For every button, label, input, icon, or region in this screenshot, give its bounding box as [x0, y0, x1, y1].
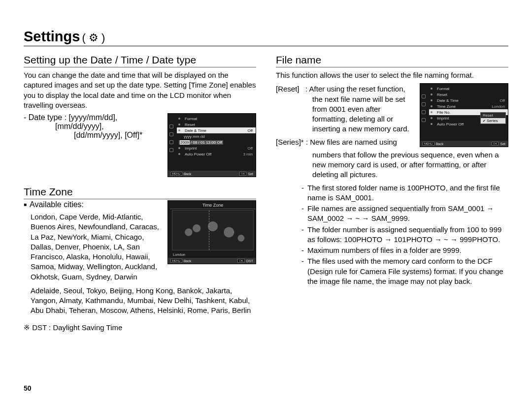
meridian-line: [209, 211, 209, 250]
date-time-description: You can change the date and time that wi…: [24, 70, 256, 110]
footer-back: Back: [184, 259, 192, 263]
date-year-highlight: 2009: [180, 140, 190, 145]
reset-label: [Reset]: [276, 85, 299, 93]
bullet-icon: [431, 88, 432, 90]
series-label: [Series]*: [276, 138, 304, 146]
bullet-icon: [178, 147, 180, 149]
bullet-icon: [178, 129, 180, 131]
title-underline: [24, 46, 508, 46]
bullet-icon: [431, 99, 432, 101]
bullet-icon: [178, 118, 180, 120]
menu-timezone-val: London: [492, 104, 508, 109]
cities-list-lower: Adelaide, Seoul, Tokyo, Beijing, Hong Ko…: [24, 286, 256, 316]
menu-imprint: Imprint: [434, 116, 468, 121]
menu-autopoweroff: Auto Power Off: [182, 152, 216, 156]
note-first-folder: The first stored folder name is 100PHOTO…: [301, 183, 508, 203]
menu-reset: Reset: [434, 93, 468, 97]
menu-autopoweroff: Auto Power Off: [434, 122, 468, 126]
menu-imprint: Imprint: [182, 146, 216, 151]
bullet-icon: [431, 117, 432, 119]
bullet-icon: [178, 153, 180, 155]
note-max-files: Maximum numbers of files in a folder are…: [301, 246, 508, 255]
date-type-block: - Date type : [yyyy/mm/dd], [mm/dd/yyyy]…: [24, 113, 256, 177]
lcd-footer: MENUBack OKSet: [420, 141, 508, 147]
footer-back: Back: [184, 172, 192, 176]
filename-notes-list: The first stored folder name is 100PHOTO…: [276, 183, 508, 287]
tz-city: London: [173, 252, 185, 257]
menu-autopoweroff-val: 3 min: [243, 152, 256, 156]
series-option-top: [Series]* : New files are named using: [276, 137, 414, 147]
content-columns: Setting up the Date / Time / Date type Y…: [24, 52, 508, 336]
cities-list-upper: London, Cape Verde, Mid-Atlantic, Buenos…: [24, 212, 162, 282]
menu-format: Format: [434, 87, 468, 91]
date-type-options-line1: Date type : [yyyy/mm/dd], [mm/dd/yyyy],: [29, 113, 118, 130]
note-dcf: The files used with the memory card conf…: [301, 256, 508, 286]
menu-datetime: Date & Time: [434, 98, 468, 103]
ok-key-icon: OK: [237, 259, 245, 263]
lcd-footer: MENUBack OKSet: [168, 171, 256, 177]
series-text-top: : New files are named using: [306, 138, 397, 146]
ok-key-icon: OK: [492, 142, 499, 146]
timezone-block: Available cities: London, Cape Verde, Mi…: [24, 200, 256, 285]
lcd-footer: MENUBack OKDST: [168, 258, 256, 264]
bullet-icon: [178, 123, 180, 125]
lcd-timezone-map: Time Zone London [GMT +00:00] 2009/08/01…: [167, 200, 256, 264]
left-column: Setting up the Date / Time / Date type Y…: [24, 52, 256, 336]
menu-reset: Reset: [182, 123, 216, 127]
menu-datetime: Date & Time: [182, 128, 216, 133]
date-type-text: - Date type : [yyyy/mm/dd], [mm/dd/yyyy]…: [24, 113, 162, 140]
page-number: 50: [24, 384, 32, 392]
lcd-tz-title: Time Zone: [170, 203, 256, 209]
footer-set: Set: [248, 172, 253, 176]
date-rest: / 08 / 01 13:00 Off: [191, 140, 222, 145]
lcd-sidebar-icons: [169, 124, 173, 152]
gear-icon: ( ⚙ ): [82, 31, 105, 44]
menu-datetime-val: Off: [247, 128, 256, 133]
menu-timezone: Time Zone: [434, 104, 468, 109]
section-timezone-heading: Time Zone: [24, 186, 256, 199]
lcd-fileno-menu: Format Reset Date & TimeOff Time ZoneLon…: [420, 83, 508, 147]
note-seq-folders: The folder number is assigned sequential…: [301, 225, 508, 245]
menu-key-icon: MENU: [170, 172, 182, 176]
menu-format: Format: [182, 117, 216, 121]
filename-options-block: [Reset] : After using the reset function…: [276, 83, 508, 150]
page-title: Settings: [24, 29, 80, 45]
reset-option: [Reset] : After using the reset function…: [276, 84, 414, 134]
page-title-row: Settings ( ⚙ ): [24, 29, 508, 47]
date-type-line1: - Date type : [yyyy/mm/dd], [mm/dd/yyyy]…: [24, 113, 162, 131]
bullet-icon: [431, 105, 432, 107]
menu-key-icon: MENU: [170, 259, 182, 263]
series-text-rest: numbers that follow the previous sequenc…: [276, 150, 508, 180]
reset-text: : After using the reset function, the ne…: [305, 85, 409, 133]
bullet-icon: [431, 93, 432, 95]
date-edit-field: 2009 / 08 / 01 13:00 Off: [179, 140, 223, 145]
note-seq-names: File names are assigned sequentially fro…: [301, 204, 508, 224]
bullet-icon: [431, 123, 432, 125]
bullet-icon: [431, 111, 432, 113]
menu-datetime-val: Off: [499, 98, 508, 103]
menu-key-icon: MENU: [423, 142, 434, 146]
world-map-icon: [172, 210, 254, 250]
footer-set: Set: [500, 142, 505, 146]
ok-key-icon: OK: [239, 172, 247, 176]
section-filename-heading: File name: [276, 54, 508, 67]
submenu-series: Series: [481, 118, 505, 123]
menu-format-pattern: yyyy mm dd: [177, 134, 211, 139]
right-column: File name This function allows the user …: [276, 52, 508, 336]
lcd-date-time-menu: Format Reset Date & TimeOff yyyy mm dd 2…: [167, 113, 256, 177]
fileno-submenu: Reset Series: [480, 112, 506, 124]
timezone-text: Available cities: London, Cape Verde, Mi…: [24, 200, 162, 285]
lcd-sidebar-icons: [422, 94, 426, 122]
menu-fileno: File No.: [434, 110, 468, 115]
filename-options-text: [Reset] : After using the reset function…: [276, 83, 414, 150]
footer-dst: DST: [246, 259, 253, 263]
date-type-line2: [dd/mm/yyyy], [Off]*: [24, 131, 162, 140]
submenu-reset: Reset: [481, 113, 505, 118]
footer-back: Back: [436, 142, 444, 146]
dst-note: ※ DST : Daylight Saving Time: [24, 323, 256, 333]
menu-imprint-val: Off: [247, 146, 256, 151]
filename-description: This function allows the user to select …: [276, 70, 508, 80]
lcd-tz-info: London: [170, 251, 256, 258]
available-cities-label: Available cities:: [24, 200, 162, 209]
section-date-time-heading: Setting up the Date / Time / Date type: [24, 54, 256, 67]
